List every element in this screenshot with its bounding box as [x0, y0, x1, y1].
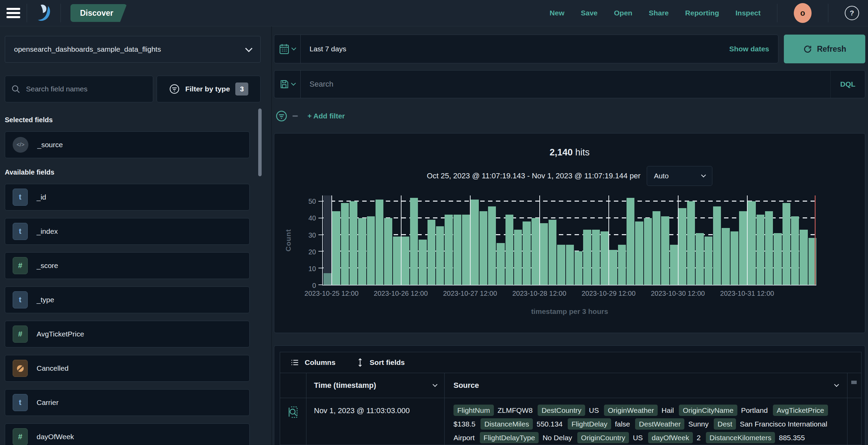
nav-link-reporting[interactable]: Reporting [685, 9, 719, 17]
field-item-_type[interactable]: t_type [5, 287, 250, 313]
nav-link-save[interactable]: Save [581, 9, 597, 17]
histogram-bar[interactable] [679, 195, 686, 285]
source-field-badge[interactable]: OriginWeather [604, 405, 658, 416]
histogram-bar[interactable] [627, 195, 634, 285]
histogram-bar[interactable] [644, 195, 652, 285]
histogram-bar[interactable] [618, 195, 626, 285]
histogram-bar[interactable] [497, 195, 504, 285]
source-field-badge[interactable]: FlightDelayType [480, 432, 539, 443]
columns-button[interactable]: Columns [290, 358, 336, 367]
sort-fields-button[interactable]: Sort fields [356, 358, 405, 367]
histogram-bar[interactable] [609, 195, 617, 285]
histogram-bar[interactable] [471, 195, 478, 285]
show-dates-link[interactable]: Show dates [729, 45, 778, 53]
table-scrollbar-track[interactable] [847, 398, 861, 445]
field-search[interactable] [5, 76, 153, 102]
histogram-bar[interactable] [428, 195, 435, 285]
filter-menu-icon[interactable] [275, 110, 288, 122]
index-pattern-select[interactable]: opensearch_dashboards_sample_data_flight… [5, 36, 261, 63]
histogram-bar[interactable] [523, 195, 530, 285]
histogram-bar[interactable] [557, 195, 565, 285]
histogram-bar[interactable] [575, 195, 582, 285]
calendar-dropdown-button[interactable] [274, 35, 301, 63]
nav-link-open[interactable]: Open [614, 9, 632, 17]
histogram-bar[interactable] [696, 195, 703, 285]
time-column-header[interactable]: Time (timestamp) [306, 373, 445, 398]
histogram-bar[interactable] [410, 195, 418, 285]
app-badge-discover[interactable]: Discover [70, 4, 127, 22]
search-field-names-input[interactable] [25, 85, 147, 93]
histogram-bar[interactable] [341, 195, 349, 285]
histogram-bar[interactable] [601, 195, 608, 285]
source-field-badge[interactable]: FlightDelay [568, 418, 611, 430]
field-item-_id[interactable]: t_id [5, 184, 250, 211]
histogram-bar[interactable] [774, 195, 781, 285]
field-item-_index[interactable]: t_index [5, 218, 250, 245]
histogram-bar[interactable] [722, 195, 729, 285]
nav-link-new[interactable]: New [550, 9, 564, 17]
histogram-bar[interactable] [367, 195, 375, 285]
field-item-Cancelled[interactable]: Cancelled [5, 355, 250, 382]
filter-by-type-button[interactable]: Filter by type 3 [157, 76, 261, 102]
menu-icon[interactable] [0, 8, 27, 18]
histogram-bar[interactable] [583, 195, 591, 285]
histogram-bar[interactable] [670, 195, 678, 285]
nav-link-share[interactable]: Share [649, 9, 669, 17]
histogram-bar[interactable] [462, 195, 470, 285]
user-avatar[interactable]: o [794, 3, 812, 23]
histogram-bar[interactable] [384, 195, 392, 285]
table-scrollbar[interactable] [847, 373, 861, 398]
query-search-input[interactable] [301, 79, 830, 89]
source-field-badge[interactable]: DistanceMiles [481, 418, 533, 430]
histogram-bar[interactable] [800, 195, 807, 285]
source-field-badge[interactable]: Dest [714, 418, 736, 430]
histogram-bar[interactable] [566, 195, 574, 285]
histogram-bar[interactable] [505, 195, 513, 285]
field-item-_score[interactable]: #_score [5, 252, 250, 279]
sidebar-scrollbar[interactable] [258, 109, 262, 176]
histogram-bar[interactable] [393, 195, 401, 285]
histogram-bar[interactable] [687, 195, 695, 285]
field-item-AvgTicketPrice[interactable]: #AvgTicketPrice [5, 321, 250, 347]
histogram-bar[interactable] [540, 195, 548, 285]
histogram-bar[interactable] [635, 195, 643, 285]
histogram-bar[interactable] [324, 195, 331, 285]
source-field-badge[interactable]: OriginCountry [577, 432, 629, 443]
histogram-bar[interactable] [765, 195, 773, 285]
histogram-bar[interactable] [731, 195, 738, 285]
source-field-badge[interactable]: FlightNum [453, 405, 494, 416]
histogram-bar[interactable] [705, 195, 712, 285]
help-icon[interactable]: ? [845, 6, 859, 20]
interval-select[interactable]: Auto [647, 166, 712, 186]
source-field-badge[interactable]: dayOfWeek [648, 432, 693, 443]
source-field-badge[interactable]: OriginCityName [679, 405, 737, 416]
add-filter-link[interactable]: + Add filter [307, 112, 345, 120]
histogram-bar[interactable] [782, 195, 790, 285]
nav-link-inspect[interactable]: Inspect [735, 9, 761, 17]
histogram-bar[interactable] [653, 195, 660, 285]
refresh-button[interactable]: Refresh [784, 35, 865, 63]
source-field-badge[interactable]: DistanceKilometers [706, 432, 775, 443]
histogram-bar[interactable] [419, 195, 426, 285]
histogram-bar[interactable] [453, 195, 461, 285]
histogram-bar[interactable] [531, 195, 539, 285]
histogram-bar[interactable] [332, 195, 340, 285]
field-item-Carrier[interactable]: tCarrier [5, 389, 250, 416]
source-field-badge[interactable]: AvgTicketPrice [773, 405, 828, 416]
saved-queries-button[interactable] [274, 71, 301, 98]
histogram-bar[interactable] [376, 195, 383, 285]
histogram-bar[interactable] [479, 195, 487, 285]
time-range-value[interactable]: Last 7 days [301, 45, 346, 53]
histogram-bar[interactable] [350, 195, 357, 285]
expand-document-button[interactable] [280, 398, 306, 445]
histogram-bar[interactable] [358, 195, 366, 285]
histogram-bar[interactable] [514, 195, 522, 285]
field-item-_source[interactable]: </>_source [5, 131, 250, 158]
opensearch-logo-icon[interactable] [27, 3, 61, 23]
table-scrollbar-thumb[interactable] [851, 381, 857, 384]
histogram-bar[interactable] [791, 195, 799, 285]
histogram-bar[interactable] [748, 195, 755, 285]
histogram-bar[interactable] [549, 195, 556, 285]
query-language-button[interactable]: DQL [830, 71, 865, 98]
histogram-bar[interactable] [436, 195, 444, 285]
